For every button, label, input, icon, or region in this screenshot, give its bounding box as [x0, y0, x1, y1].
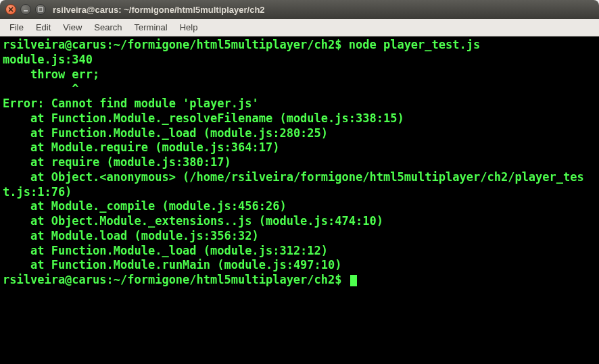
- command: node player_test.js: [349, 38, 480, 51]
- terminal-line: at Function.Module._resolveFilename (mod…: [3, 111, 596, 126]
- window-title: rsilveira@carus: ~/formigone/html5multip…: [53, 5, 265, 15]
- terminal-line: at Module.load (module.js:356:32): [3, 229, 596, 244]
- menu-help[interactable]: Help: [174, 20, 203, 34]
- terminal-line: at Function.Module._load (module.js:280:…: [3, 126, 596, 141]
- maximize-button[interactable]: [35, 4, 46, 15]
- menu-search[interactable]: Search: [89, 20, 127, 34]
- terminal-line: at Module._compile (module.js:456:26): [3, 199, 596, 214]
- terminal-line: at require (module.js:380:17): [3, 155, 596, 170]
- prompt: rsilveira@carus:~/formigone/html5multipl…: [3, 273, 349, 286]
- menu-view[interactable]: View: [57, 20, 87, 34]
- terminal-line: Error: Cannot find module 'player.js': [3, 97, 596, 111]
- menubar: File Edit View Search Terminal Help: [0, 19, 599, 36]
- window-titlebar: rsilveira@carus: ~/formigone/html5multip…: [0, 0, 599, 19]
- minimize-icon: [23, 7, 28, 12]
- terminal-line: at Function.Module._load (module.js:312:…: [3, 244, 596, 259]
- menu-terminal[interactable]: Terminal: [129, 20, 173, 34]
- close-icon: [8, 7, 14, 12]
- terminal-line: rsilveira@carus:~/formigone/html5multipl…: [3, 273, 596, 288]
- maximize-icon: [38, 7, 43, 12]
- menu-file[interactable]: File: [4, 20, 29, 34]
- terminal-area[interactable]: rsilveira@carus:~/formigone/html5multipl…: [0, 36, 599, 364]
- terminal-line: at Module.require (module.js:364:17): [3, 140, 596, 155]
- terminal-line: at Function.Module.runMain (module.js:49…: [3, 258, 596, 273]
- terminal-line: at Object.Module._extensions..js (module…: [3, 214, 596, 229]
- minimize-button[interactable]: [20, 4, 31, 15]
- prompt: rsilveira@carus:~/formigone/html5multipl…: [3, 38, 349, 51]
- terminal-line: module.js:340: [3, 53, 596, 68]
- svg-rect-0: [39, 7, 43, 11]
- terminal-line: rsilveira@carus:~/formigone/html5multipl…: [3, 38, 596, 53]
- menu-edit[interactable]: Edit: [30, 20, 56, 34]
- cursor-icon: [350, 275, 357, 286]
- window-controls: [5, 4, 46, 15]
- terminal-line: ^: [3, 82, 596, 97]
- close-button[interactable]: [5, 4, 16, 15]
- terminal-line: at Object.<anonymous> (/home/rsilveira/f…: [3, 170, 596, 200]
- terminal-line: throw err;: [3, 68, 596, 82]
